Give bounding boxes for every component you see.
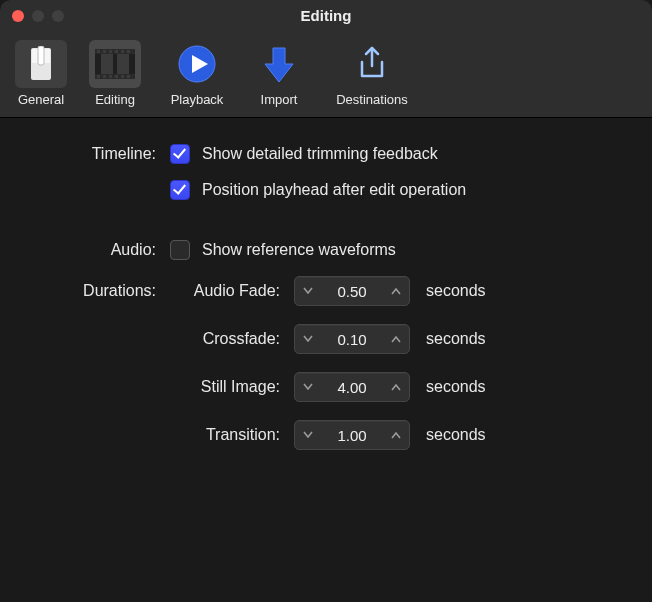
stepper-still-image[interactable]: 4.00 [294,372,410,402]
toolbar-tab-label: Destinations [336,92,408,107]
svg-rect-9 [103,50,106,53]
stepper-decrement[interactable] [295,421,321,449]
duration-row-audio-fade: Durations: Audio Fade: 0.50 seconds [20,276,612,306]
checkbox-label: Show detailed trimming feedback [202,145,438,163]
svg-rect-18 [121,75,124,78]
checkbox-label: Position playhead after edit operation [202,181,466,199]
svg-rect-15 [103,75,106,78]
titlebar: Editing [0,0,652,30]
toolbar-tab-playback[interactable]: Playback [158,36,236,111]
duration-row-crossfade: Crossfade: 0.10 seconds [20,324,612,354]
svg-rect-14 [97,75,100,78]
window-title: Editing [0,7,652,24]
svg-rect-5 [117,54,129,74]
preferences-toolbar: General Editing Playback [0,30,652,118]
svg-rect-16 [109,75,112,78]
svg-rect-11 [115,50,118,53]
toolbar-tab-label: Import [261,92,298,107]
durations-section-label: Durations: [20,282,170,300]
checkbox-position-playhead[interactable] [170,180,190,200]
stepper-increment[interactable] [383,421,409,449]
duration-sublabel: Crossfade: [170,330,294,348]
unit-label: seconds [426,282,486,300]
download-arrow-icon [253,40,305,88]
window-controls [12,10,64,22]
minimize-window-button[interactable] [32,10,44,22]
unit-label: seconds [426,330,486,348]
switch-icon [15,40,67,88]
filmstrip-icon [89,40,141,88]
editing-pane: Timeline: Show detailed trimming feedbac… [0,118,652,498]
stepper-transition[interactable]: 1.00 [294,420,410,450]
stepper-increment[interactable] [383,325,409,353]
toolbar-tab-label: General [18,92,64,107]
duration-sublabel: Transition: [170,426,294,444]
unit-label: seconds [426,426,486,444]
svg-rect-17 [115,75,118,78]
unit-label: seconds [426,378,486,396]
stepper-value: 1.00 [321,427,383,444]
svg-rect-2 [38,46,44,65]
duration-row-transition: Transition: 1.00 seconds [20,420,612,450]
audio-section-label: Audio: [20,241,170,259]
duration-row-still-image: Still Image: 4.00 seconds [20,372,612,402]
svg-rect-4 [101,54,113,74]
toolbar-tab-editing[interactable]: Editing [84,36,146,111]
stepper-crossfade[interactable]: 0.10 [294,324,410,354]
stepper-decrement[interactable] [295,277,321,305]
svg-rect-19 [127,75,130,78]
stepper-value: 4.00 [321,379,383,396]
checkbox-label: Show reference waveforms [202,241,396,259]
checkbox-show-reference-waveforms[interactable] [170,240,190,260]
toolbar-tab-label: Editing [95,92,135,107]
timeline-row-2: Position playhead after edit operation [20,180,612,200]
stepper-value: 0.50 [321,283,383,300]
zoom-window-button[interactable] [52,10,64,22]
toolbar-tab-label: Playback [171,92,224,107]
toolbar-tab-destinations[interactable]: Destinations [322,36,422,111]
audio-row: Audio: Show reference waveforms [20,240,612,260]
timeline-row-1: Timeline: Show detailed trimming feedbac… [20,144,612,164]
svg-rect-10 [109,50,112,53]
checkbox-show-trimming-feedback[interactable] [170,144,190,164]
svg-rect-8 [97,50,100,53]
stepper-increment[interactable] [383,373,409,401]
play-icon [171,40,223,88]
stepper-decrement[interactable] [295,325,321,353]
stepper-decrement[interactable] [295,373,321,401]
stepper-audio-fade[interactable]: 0.50 [294,276,410,306]
close-window-button[interactable] [12,10,24,22]
svg-rect-12 [121,50,124,53]
stepper-value: 0.10 [321,331,383,348]
toolbar-tab-import[interactable]: Import [248,36,310,111]
toolbar-tab-general[interactable]: General [10,36,72,111]
stepper-increment[interactable] [383,277,409,305]
svg-rect-13 [127,50,130,53]
timeline-section-label: Timeline: [20,145,170,163]
share-icon [346,40,398,88]
duration-sublabel: Audio Fade: [170,282,294,300]
duration-sublabel: Still Image: [170,378,294,396]
